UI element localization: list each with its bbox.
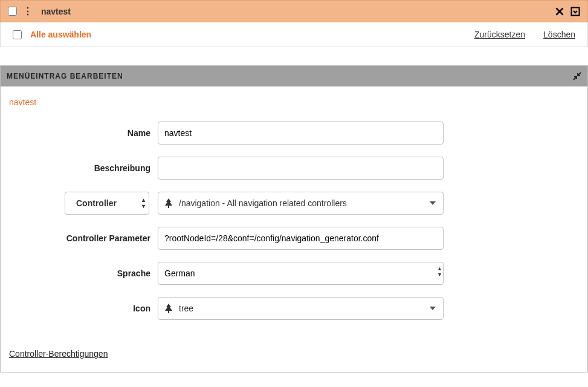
delete-link[interactable]: Löschen [543,30,575,39]
panel-title: MENÜEINTRAG BEARBEITEN [7,72,123,80]
select-all-checkbox[interactable] [13,30,22,39]
controller-type-button[interactable]: Controller ▴▾ [65,192,149,215]
chevron-down-icon [430,307,436,310]
name-input[interactable] [158,122,444,145]
collapse-icon[interactable] [573,72,581,80]
chevron-updown-icon: ▴▾ [142,197,145,209]
panel-body: navtest Name Beschreibung Controller ▴▾ … [1,86,587,372]
item-checkbox[interactable] [8,7,17,16]
description-input[interactable] [158,157,444,180]
controller-select[interactable]: /navigation - All navigation related con… [158,192,444,215]
language-select[interactable]: German [158,262,444,285]
icon-label: Icon [9,304,158,313]
select-all-row: Alle auswählen Zurücksetzen Löschen [0,22,588,47]
close-icon[interactable] [555,7,564,16]
panel-header: MENÜEINTRAG BEARBEITEN [1,66,587,86]
chevron-down-icon [430,201,436,205]
name-label: Name [9,128,158,138]
language-label: Sprache [9,268,158,278]
description-label: Beschreibung [9,163,158,173]
icon-select[interactable]: tree [158,297,444,320]
item-title: navtest [41,7,71,16]
controller-param-input[interactable] [158,227,444,250]
icon-value: tree [179,304,193,313]
select-all-label[interactable]: Alle auswählen [30,30,91,39]
breadcrumb[interactable]: navtest [9,97,579,107]
drag-handle-icon[interactable]: ⋮ [23,5,33,17]
controller-permissions-link[interactable]: Controller-Berechtigungen [9,349,108,359]
controller-param-label: Controller Parameter [9,233,158,243]
item-header-bar: ⋮ navtest [0,0,588,22]
controller-value: /navigation - All navigation related con… [179,198,347,208]
tree-icon [164,198,173,208]
edit-menu-entry-panel: MENÜEINTRAG BEARBEITEN navtest Name Besc… [0,65,588,372]
tree-icon [164,304,173,313]
controller-button-label: Controller [76,198,117,208]
reset-link[interactable]: Zurücksetzen [474,30,525,39]
svg-rect-0 [572,7,580,15]
expand-toggle-icon[interactable] [570,7,580,16]
